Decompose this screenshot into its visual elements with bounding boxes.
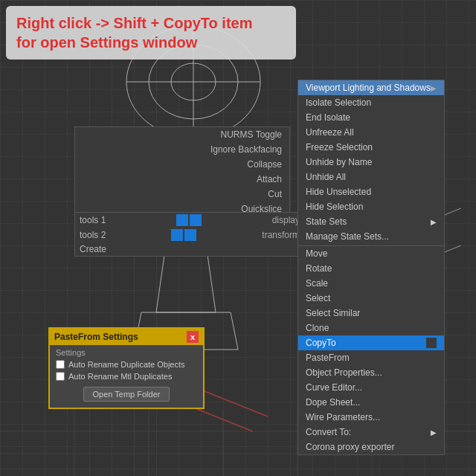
freeze-selection-item[interactable]: Freeze Selection — [298, 140, 444, 155]
attach-item[interactable]: Attach — [75, 172, 289, 187]
state-sets-arrow-icon: ▶ — [431, 218, 437, 226]
header-arrow-icon: ▶ — [431, 84, 437, 92]
select-similar-item[interactable]: Select Similar — [298, 306, 444, 321]
end-isolate-item[interactable]: End Isolate — [298, 110, 444, 125]
tools1-label: tools 1 — [80, 215, 106, 225]
tooltip-text: Right click -> Shift + CopyTo item for o… — [16, 13, 286, 52]
state-sets-item[interactable]: State Sets ▶ — [298, 214, 444, 229]
isolate-selection-item[interactable]: Isolate Selection — [298, 95, 444, 110]
checkbox1-label: Auto Rename Duplicate Objects — [68, 360, 185, 369]
tools2-box2[interactable] — [184, 229, 196, 241]
pastefrom-item[interactable]: PasteFrom — [298, 350, 444, 365]
dialog-close-button[interactable]: x — [187, 331, 199, 343]
copyto-item[interactable]: CopyTo — [298, 335, 444, 350]
tooltip-banner: Right click -> Shift + CopyTo item for o… — [6, 6, 296, 60]
wire-parameters-item[interactable]: Wire Parameters... — [298, 410, 444, 425]
checkbox1-row: Auto Rename Duplicate Objects — [50, 358, 203, 370]
tools2-label: tools 2 — [80, 230, 106, 240]
svg-line-13 — [231, 312, 238, 350]
convert-to-item[interactable]: Convert To: ▶ — [298, 425, 444, 440]
tools1-box2[interactable] — [190, 214, 202, 226]
unfreeze-all-item[interactable]: Unfreeze All — [298, 125, 444, 140]
open-temp-folder-button[interactable]: Open Temp Folder — [83, 387, 170, 402]
transform-label: transform — [262, 230, 300, 240]
dialog-section-label: Settings — [50, 345, 203, 358]
tools-panel: tools 1 display tools 2 transform Create — [74, 212, 305, 257]
checkbox2-input[interactable] — [56, 372, 65, 381]
tools2-box1[interactable] — [171, 229, 183, 241]
unhide-all-item[interactable]: Unhide All — [298, 170, 444, 184]
checkbox1-input[interactable] — [56, 360, 65, 369]
checkbox2-label: Auto Rename Mtl Duplicates — [68, 372, 172, 381]
viewport-lighting-header[interactable]: Viewport Lighting and Shadows ▶ — [298, 80, 444, 95]
display-label: display — [272, 215, 300, 225]
rotate-item[interactable]: Rotate — [298, 261, 444, 276]
move-item[interactable]: Move — [298, 245, 444, 261]
dope-sheet-item[interactable]: Dope Sheet... — [298, 395, 444, 410]
tools1-box1[interactable] — [176, 214, 188, 226]
clone-item[interactable]: Clone — [298, 321, 444, 335]
tools2-row: tools 2 transform — [75, 228, 304, 242]
tools1-row: tools 1 display — [75, 213, 304, 228]
dialog-btn-row: Open Temp Folder — [50, 382, 203, 408]
corona-proxy-item[interactable]: Corona proxy exporter — [298, 440, 444, 454]
manage-state-sets-item[interactable]: Manage State Sets... — [298, 229, 444, 244]
select-item[interactable]: Select — [298, 291, 444, 306]
pastefrom-dialog: PasteFrom Settings x Settings Auto Renam… — [48, 327, 205, 409]
create-row: Create — [75, 242, 304, 256]
hide-unselected-item[interactable]: Hide Unselected — [298, 184, 444, 199]
unhide-by-name-item[interactable]: Unhide by Name — [298, 155, 444, 170]
copyto-indicator — [426, 338, 437, 348]
scale-item[interactable]: Scale — [298, 276, 444, 291]
ignore-backfacing-item[interactable]: Ignore Backfacing — [75, 142, 289, 157]
nurms-toggle-item[interactable]: NURMS Toggle — [75, 127, 289, 142]
curve-editor-item[interactable]: Curve Editor... — [298, 380, 444, 395]
object-properties-item[interactable]: Object Properties... — [298, 365, 444, 380]
checkbox2-row: Auto Rename Mtl Duplicates — [50, 370, 203, 382]
dialog-title: PasteFrom Settings — [54, 332, 138, 342]
context-menu: Viewport Lighting and Shadows ▶ Isolate … — [298, 80, 445, 455]
collapse-item[interactable]: Collapse — [75, 157, 289, 172]
hide-selection-item[interactable]: Hide Selection — [298, 199, 444, 214]
create-label[interactable]: Create — [80, 244, 106, 254]
dialog-titlebar: PasteFrom Settings x — [50, 329, 203, 345]
convert-to-arrow-icon: ▶ — [431, 428, 437, 437]
cut-item[interactable]: Cut — [75, 187, 289, 202]
